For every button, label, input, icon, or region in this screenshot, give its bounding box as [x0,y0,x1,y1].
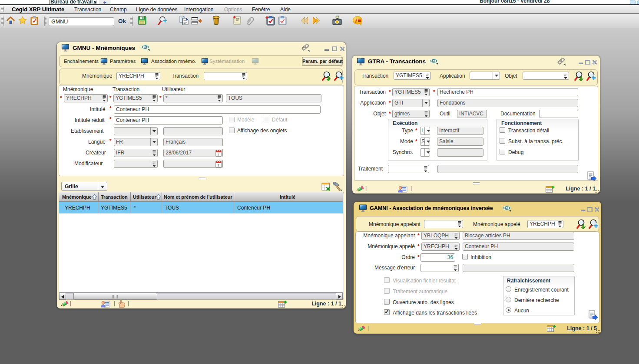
svg-text:i: i [355,17,357,24]
